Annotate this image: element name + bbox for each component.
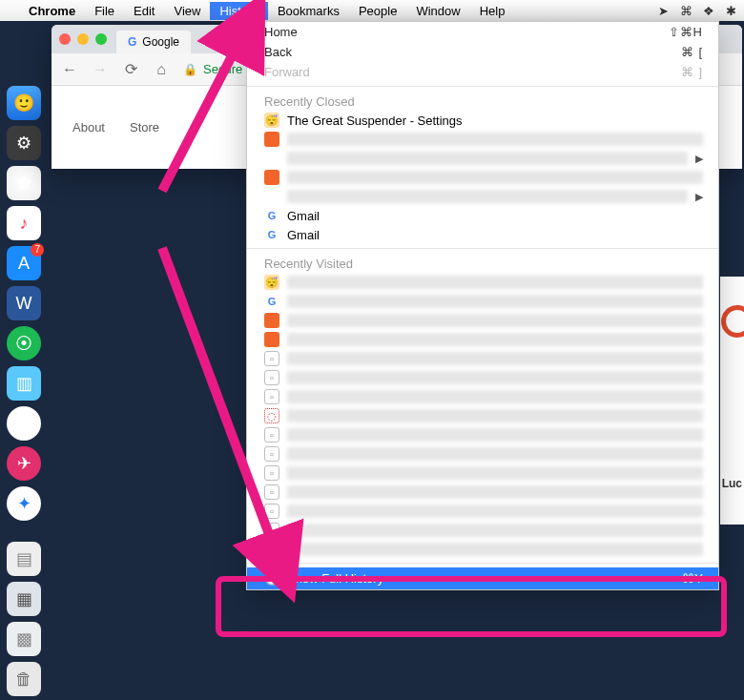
blurred-label: [287, 524, 703, 537]
blurred-label: [287, 314, 703, 327]
blurred-label: [287, 543, 703, 556]
blurred-label: [287, 447, 703, 461]
blurred-label: [287, 333, 703, 346]
minimize-window-button[interactable]: [77, 33, 89, 45]
blurred-label: [287, 133, 703, 146]
cloud-icon[interactable]: ⌘: [680, 4, 692, 18]
shortcut: ⇧⌘H: [669, 25, 703, 39]
window-controls: [59, 33, 107, 45]
separator: [247, 86, 718, 87]
menu-bookmarks[interactable]: Bookmarks: [268, 2, 349, 20]
zoom-window-button[interactable]: [95, 33, 107, 45]
nav-about[interactable]: About: [72, 120, 105, 134]
blurred-label: [287, 190, 688, 203]
svg-line-1: [162, 248, 281, 567]
blurred-label: [287, 276, 703, 289]
red-circle-icon: [721, 305, 744, 338]
bluetooth-icon[interactable]: ✱: [726, 4, 736, 18]
menu-file[interactable]: File: [85, 2, 124, 20]
blurred-label: [287, 485, 703, 499]
history-item[interactable]: GGmail: [247, 206, 718, 225]
appstore-icon[interactable]: A7: [7, 246, 41, 280]
blurred-label: [287, 428, 703, 442]
blurred-label: [287, 152, 688, 165]
shortcut: ⌘ ]: [681, 65, 703, 79]
submenu-chevron-icon: ▶: [695, 191, 703, 203]
menu-back[interactable]: Back ⌘ [: [247, 42, 718, 62]
files-icon[interactable]: ▥: [7, 366, 41, 401]
app-icon[interactable]: ✈: [7, 446, 41, 481]
peek-text: Luc: [722, 477, 742, 490]
badge: 7: [31, 243, 44, 257]
menu-edit[interactable]: Edit: [124, 2, 164, 20]
reload-icon[interactable]: ⟳: [122, 60, 139, 78]
blurred-label: [287, 504, 703, 518]
svg-line-0: [162, 25, 248, 191]
history-item[interactable]: ▶: [247, 187, 718, 206]
safari-icon[interactable]: ✦: [7, 486, 41, 521]
annotation-arrow-bottom: [148, 238, 320, 595]
history-label: The Great Suspender - Settings: [287, 113, 463, 128]
forward-icon: →: [92, 61, 109, 78]
doc-icon[interactable]: ▤: [7, 542, 41, 576]
blurred-label: [287, 409, 703, 422]
google-favicon-icon: G: [128, 35, 136, 49]
app-name[interactable]: Chrome: [19, 2, 85, 20]
word-icon[interactable]: W: [7, 286, 41, 320]
blurred-label: [287, 295, 703, 308]
stack2-icon[interactable]: ▩: [7, 622, 41, 656]
stack-icon[interactable]: ▦: [7, 582, 41, 616]
history-item[interactable]: ▶: [247, 149, 718, 168]
dropbox-icon[interactable]: ❖: [703, 4, 714, 18]
spotify-icon[interactable]: ⦿: [7, 326, 41, 360]
menu-help[interactable]: Help: [470, 2, 515, 20]
blurred-label: [287, 171, 703, 184]
annotation-arrow-top: [143, 19, 277, 214]
menu-view[interactable]: View: [164, 2, 210, 20]
close-window-button[interactable]: [59, 33, 71, 45]
menu-people[interactable]: People: [349, 2, 406, 20]
blurred-label: [287, 466, 703, 480]
menu-window[interactable]: Window: [406, 2, 469, 20]
menu-forward: Forward ⌘ ]: [247, 62, 718, 82]
history-item[interactable]: [247, 130, 718, 149]
tray-icon[interactable]: ➤: [658, 4, 669, 18]
chrome-icon[interactable]: ◉: [7, 406, 41, 441]
history-label: Gmail: [287, 209, 320, 223]
trash-icon[interactable]: 🗑: [7, 662, 41, 696]
submenu-chevron-icon: ▶: [695, 153, 703, 165]
blurred-label: [287, 371, 703, 384]
menu-history[interactable]: History: [210, 2, 267, 20]
blurred-label: [287, 352, 703, 365]
section-recently-closed: Recently Closed: [247, 91, 718, 111]
macos-dock: 🙂 ⚙ ✿ ♪ A7 W ⦿ ▥ ◉ ✈ ✦ ▤ ▦ ▩ 🗑: [2, 86, 46, 696]
history-item[interactable]: 😴The Great Suspender - Settings: [247, 111, 718, 130]
back-icon[interactable]: ←: [61, 61, 78, 78]
menu-home[interactable]: Home ⇧⌘H: [247, 22, 718, 42]
finder-icon[interactable]: 🙂: [7, 86, 41, 120]
music-icon[interactable]: ♪: [7, 206, 41, 240]
macos-menubar: Chrome File Edit View History Bookmarks …: [0, 0, 744, 21]
menubar-tray: ➤ ⌘ ❖ ✱: [651, 4, 736, 18]
photos-icon[interactable]: ✿: [7, 166, 41, 200]
history-item[interactable]: [247, 168, 718, 187]
right-window-peek: Luc: [720, 277, 744, 525]
blurred-label: [287, 390, 703, 403]
settings-icon[interactable]: ⚙: [7, 126, 41, 160]
shortcut: ⌘ [: [681, 45, 703, 59]
